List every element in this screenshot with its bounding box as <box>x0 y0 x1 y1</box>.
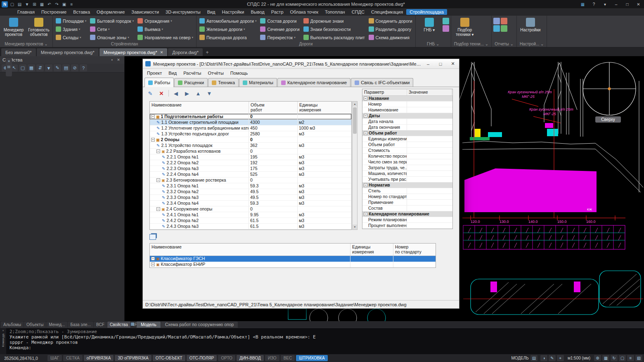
menu-tab[interactable]: Стройплощадка <box>406 9 447 15</box>
workspace-icon[interactable]: ▣ <box>61 1 67 7</box>
grid-select-icon[interactable]: ▦ <box>28 64 35 71</box>
save-icon[interactable]: ▼ <box>24 1 30 7</box>
minimize-icon[interactable]: – <box>611 0 622 8</box>
param-section-row[interactable]: −Норматив <box>362 182 452 188</box>
table-row[interactable]: ✎2.2.3 Опора №3175м3 <box>150 166 351 172</box>
param-row[interactable]: Стоимость <box>362 148 452 154</box>
lock-ui-icon[interactable]: ⌖ <box>557 355 564 361</box>
param-value[interactable] <box>407 136 452 142</box>
clear-filter-icon[interactable]: ⊘ <box>71 64 78 71</box>
new-tab-button[interactable]: + <box>204 49 211 56</box>
ribbon-button-road-signs[interactable]: Дорожные знаки <box>302 17 366 25</box>
dialog-menu-item[interactable]: Вид <box>165 70 180 76</box>
param-row[interactable]: Режим планирования <box>362 217 452 223</box>
ribbon-button-site-camp[interactable]: Бытовой городок▾ <box>89 17 135 25</box>
classifier-row[interactable]: +▣Классификатор ЕНИР <box>150 262 436 267</box>
param-value[interactable] <box>407 119 452 124</box>
param-row[interactable]: Номер <box>362 102 452 107</box>
collapse-icon[interactable]: ✕ <box>7 59 10 63</box>
menu-tab[interactable]: Облака точек <box>287 9 322 15</box>
table-row[interactable]: ✎2.2.1 Опора №1195м3 <box>150 154 351 160</box>
document-tab[interactable]: Менеджер проектов.dwg*✕ <box>99 48 168 56</box>
ribbon-button-traffic-scheme[interactable]: Схема движения <box>367 33 414 41</box>
param-section-row[interactable]: −Название <box>362 96 452 102</box>
ribbon-button-danger-zones[interactable]: Опасные зоны▾ <box>89 33 135 41</box>
menu-tab[interactable]: Растр <box>268 9 287 15</box>
help-icon[interactable]: ? <box>80 64 87 71</box>
ribbon-tool-button-icon[interactable] <box>493 25 500 32</box>
menu-tab[interactable]: Оформление <box>93 9 128 15</box>
status-toggle-lineweight[interactable]: ВЕС <box>281 355 295 361</box>
ribbon-button-road-section[interactable]: Сечение дороги <box>259 25 301 33</box>
ribbon-button-sites[interactable]: Площадки▾ <box>54 17 88 25</box>
filter-edit-icon[interactable]: ✎ <box>54 64 61 71</box>
table-row[interactable]: ✎2.3.2 Опора №249.5м3 <box>150 189 351 195</box>
close-icon[interactable]: ✕ <box>633 0 644 8</box>
model-grid-icon[interactable]: ▦ <box>129 322 136 327</box>
scale-indicator[interactable]: м1:500 (мм) <box>565 356 593 360</box>
model-tab[interactable]: Схема работ по сооружению опор <box>161 322 238 328</box>
tab-materials[interactable]: Материалы <box>239 78 277 87</box>
scroll-up-icon[interactable]: ▲ <box>353 102 357 106</box>
dialog-menu-item[interactable]: Помощь <box>227 70 251 76</box>
swap-icon[interactable]: ⇵ <box>36 64 44 71</box>
param-row[interactable]: Стиль <box>362 188 452 194</box>
undo-icon[interactable]: ↶ <box>46 1 52 7</box>
redo-icon[interactable]: ↷ <box>54 1 60 7</box>
scroll-down-icon[interactable]: ▼ <box>353 225 357 230</box>
table-row[interactable]: −▣2.2 Разработка котлованов0 <box>150 149 351 154</box>
dialog-menu-item[interactable]: Отчёты <box>204 70 227 76</box>
param-value[interactable] <box>407 217 452 222</box>
pin-icon[interactable]: ▪ <box>109 58 115 62</box>
scroll-thumb[interactable] <box>353 107 357 134</box>
edit-work-icon[interactable]: ✎ <box>146 89 154 97</box>
ribbon-tool-button-icon[interactable] <box>501 18 507 24</box>
delete-work-icon[interactable]: ✕ <box>157 89 166 97</box>
panel-list-icon[interactable]: ▤ <box>7 65 11 69</box>
table-row[interactable]: ✎2.3.1 Опора №159.3м3 <box>150 183 351 189</box>
param-section-row[interactable]: −Объем работ <box>362 130 452 136</box>
param-value[interactable] <box>407 107 452 113</box>
hatch-display-icon[interactable]: ▧ <box>635 355 642 361</box>
panel-tab-objects[interactable]: Объекты <box>24 322 46 328</box>
ribbon-group-label[interactable]: Настрой... ⌄ <box>518 41 546 47</box>
table-row[interactable]: ✎2.4.1 Опора №19.95м3 <box>150 212 351 218</box>
table-row[interactable]: ✎1.3 Устройство подъездных дорог2580м3 <box>150 131 351 137</box>
refresh-icon[interactable]: ↻ <box>611 355 618 361</box>
ribbon-tool-button-icon[interactable] <box>501 25 507 32</box>
status-toggle-dyn-input[interactable]: ДИН-ВВОД <box>237 355 264 361</box>
ribbon-group-label[interactable]: Стройгенплан <box>54 41 195 47</box>
help-icon[interactable]: ? <box>588 0 599 8</box>
move-right-icon[interactable]: ▶ <box>183 89 191 97</box>
close-tab-icon[interactable]: ✕ <box>160 50 163 54</box>
screen-tiles-icon[interactable]: ▦ <box>577 0 588 8</box>
dialog-maximize-button[interactable]: □ <box>434 59 447 69</box>
expander-icon[interactable]: − <box>151 115 155 118</box>
command-line-panel[interactable]: ✕ Команда 2;Zoom;по;Показать - Зумирован… <box>0 328 644 354</box>
param-section-row[interactable]: −Календарное планирование <box>362 211 452 217</box>
param-row[interactable]: Учитывать при рас... <box>362 177 452 182</box>
model-tab[interactable]: Модель <box>137 322 161 328</box>
tab-schedule[interactable]: Календарное планирование <box>277 78 350 87</box>
status-toggle-hatch[interactable]: ШТРИХОВКА <box>296 355 327 361</box>
panel-tab-manager[interactable]: Менед... <box>46 322 67 328</box>
dialog-minimize-button[interactable]: – <box>422 59 434 69</box>
workspace-settings-icon[interactable]: ≡ <box>627 355 634 361</box>
param-row[interactable]: Объем работ <box>362 142 452 148</box>
status-toggle-iso[interactable]: ИЗО <box>265 355 279 361</box>
command-lines[interactable]: 2;Zoom;по;Показать - ЗумированиеУкажите … <box>6 328 644 354</box>
model-space-indicator[interactable]: МОДЕЛЬ ▤ <box>509 355 539 361</box>
ribbon-button-footpath[interactable]: Пешеходная дорога <box>198 33 258 41</box>
status-toggle-osnap-3d[interactable]: 3D оПРИВЯЗКА <box>115 355 151 361</box>
table-row[interactable]: ✎1.1 Освоение строительной площадки4300м… <box>150 120 351 125</box>
layout-icon[interactable]: ▤ <box>530 355 537 361</box>
param-value[interactable] <box>407 159 452 165</box>
param-row[interactable]: Количество персон... <box>362 154 452 159</box>
param-value[interactable] <box>407 200 452 205</box>
dialog-close-button[interactable]: ✕ <box>447 59 459 69</box>
menu-tab[interactable]: Построение <box>38 9 70 15</box>
param-row[interactable]: Состав <box>362 206 452 211</box>
ribbon-group-label[interactable]: Подбор техни... ⌄ <box>452 41 490 47</box>
panel-tab-bcf[interactable]: BCF <box>94 322 107 328</box>
table-row[interactable]: ✎2.3.4 Опора №459.3м3 <box>150 201 351 206</box>
